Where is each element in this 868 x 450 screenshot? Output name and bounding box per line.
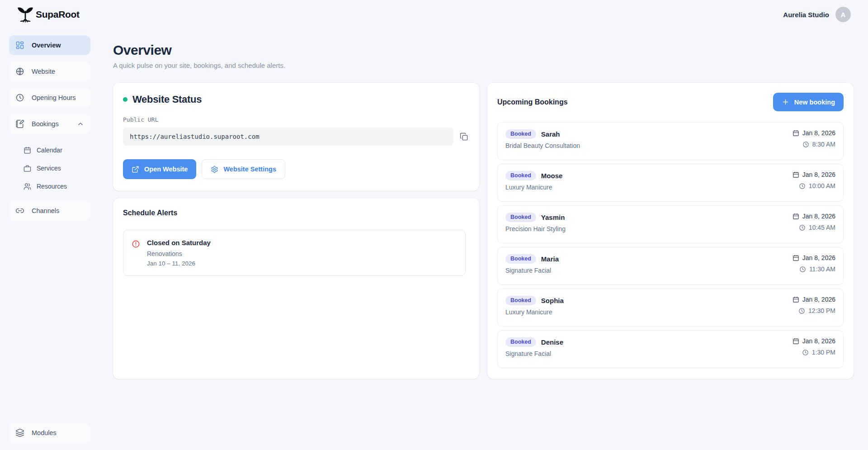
upcoming-bookings-title: Upcoming Bookings: [497, 98, 568, 106]
sidebar-item-label: Bookings: [32, 120, 59, 128]
sidebar-item-website[interactable]: Website: [9, 62, 90, 81]
new-booking-button[interactable]: New booking: [773, 93, 844, 111]
sidebar-item-label: Overview: [32, 42, 61, 49]
sidebar-item-label: Resources: [37, 183, 67, 190]
booking-date: Jan 8, 2026: [802, 171, 835, 178]
booking-name: Maria: [541, 255, 559, 263]
booking-service: Luxury Manicure: [505, 308, 564, 316]
booking-row[interactable]: Booked Denise Signature Facial Jan 8, 20…: [497, 330, 844, 368]
booking-time: 12:30 PM: [808, 307, 835, 314]
calendar-icon: [24, 147, 31, 154]
avatar[interactable]: A: [835, 7, 851, 22]
copy-url-button[interactable]: [459, 132, 469, 142]
calendar-icon: [793, 171, 799, 178]
booking-service: Luxury Manicure: [505, 184, 562, 191]
booking-row[interactable]: Booked Sarah Bridal Beauty Consultation …: [497, 122, 844, 160]
alert-circle-icon: [132, 240, 140, 248]
right-column: Upcoming Bookings New booking: [487, 83, 854, 379]
status-badge: Booked: [505, 296, 536, 305]
brand-logo[interactable]: SupaRoot: [16, 5, 80, 24]
booking-row[interactable]: Booked Moose Luxury Manicure Jan 8, 2026…: [497, 164, 844, 202]
clock-icon: [802, 349, 809, 356]
sidebar: Overview Website Opening Hours: [0, 29, 95, 450]
booking-row[interactable]: Booked Yasmin Precision Hair Styling Jan…: [497, 205, 844, 243]
alert-reason: Renovations: [147, 250, 211, 257]
notebook-pen-icon: [15, 119, 24, 128]
clock-icon: [799, 183, 806, 189]
status-badge: Booked: [505, 337, 536, 347]
account-name: Aurelia Studio: [783, 11, 829, 19]
page-title: Overview: [113, 43, 854, 58]
website-settings-button[interactable]: Website Settings: [202, 159, 285, 179]
sidebar-item-bookings[interactable]: Bookings: [9, 114, 90, 134]
calendar-icon: [793, 213, 799, 220]
booking-time: 10:00 AM: [809, 182, 835, 189]
sidebar-item-modules[interactable]: Modules: [9, 423, 90, 443]
booking-name: Sarah: [541, 130, 560, 138]
clock-icon: [15, 93, 24, 102]
booking-name: Denise: [541, 338, 563, 346]
booking-time: 8:30 AM: [812, 141, 835, 148]
calendar-icon: [793, 255, 799, 261]
clock-icon: [799, 224, 806, 231]
seedling-logo-icon: [16, 5, 35, 24]
booking-row[interactable]: Booked Maria Signature Facial Jan 8, 202…: [497, 247, 844, 285]
booking-list: Booked Sarah Bridal Beauty Consultation …: [497, 122, 844, 368]
sidebar-item-overview[interactable]: Overview: [9, 35, 90, 55]
calendar-icon: [793, 338, 799, 345]
open-website-label: Open Website: [144, 166, 188, 173]
status-badge: Booked: [505, 129, 536, 139]
booking-row[interactable]: Booked Sophia Luxury Manicure Jan 8, 202…: [497, 289, 844, 327]
new-booking-label: New booking: [794, 99, 835, 106]
sidebar-item-resources[interactable]: Resources: [9, 178, 90, 194]
sidebar-item-channels[interactable]: Channels: [9, 201, 90, 221]
sidebar-item-services[interactable]: Services: [9, 160, 90, 176]
booking-date: Jan 8, 2026: [802, 337, 835, 345]
dashboard-icon: [15, 41, 24, 50]
sidebar-item-label: Channels: [32, 207, 59, 214]
copy-icon: [460, 133, 468, 141]
bookings-submenu: Calendar Services Resour: [9, 142, 90, 196]
users-icon: [24, 183, 31, 190]
booking-time: 1:30 PM: [812, 349, 835, 356]
clock-icon: [799, 266, 806, 273]
left-column: Website Status Public URL: [113, 83, 479, 379]
schedule-alerts-card: Schedule Alerts Closed on Saturday Renov…: [113, 198, 479, 379]
sidebar-item-label: Website: [32, 68, 55, 75]
booking-date: Jan 8, 2026: [802, 296, 835, 303]
status-badge: Booked: [505, 171, 536, 180]
briefcase-icon: [24, 165, 31, 172]
sidebar-item-opening-hours[interactable]: Opening Hours: [9, 88, 90, 108]
brand-name: SupaRoot: [36, 9, 80, 20]
chevron-up-icon[interactable]: [77, 120, 84, 128]
main-content: Overview A quick pulse on your site, boo…: [95, 29, 868, 450]
sidebar-item-label: Opening Hours: [32, 94, 76, 101]
sidebar-spacer: [9, 227, 90, 423]
status-badge: Booked: [505, 254, 536, 264]
alert-title: Closed on Saturday: [147, 239, 211, 246]
booking-name: Yasmin: [541, 213, 565, 221]
open-website-button[interactable]: Open Website: [123, 159, 196, 179]
sidebar-item-label: Calendar: [37, 147, 62, 154]
website-status-title: Website Status: [132, 94, 202, 105]
plus-icon: [782, 98, 789, 106]
sidebar-item-calendar[interactable]: Calendar: [9, 142, 90, 158]
page-subtitle: A quick pulse on your site, bookings, an…: [113, 62, 854, 69]
booking-name: Moose: [541, 172, 563, 180]
clock-icon: [798, 308, 805, 314]
top-bar: SupaRoot Aurelia Studio A: [0, 0, 868, 29]
account-menu[interactable]: Aurelia Studio A: [783, 7, 851, 22]
booking-service: Signature Facial: [505, 267, 559, 274]
alert-dates: Jan 10 – 11, 2026: [147, 260, 211, 267]
sidebar-item-label: Services: [37, 165, 61, 172]
booking-service: Bridal Beauty Consultation: [505, 142, 580, 149]
globe-icon: [15, 67, 24, 76]
booking-service: Signature Facial: [505, 350, 563, 357]
upcoming-bookings-card: Upcoming Bookings New booking: [487, 83, 854, 379]
public-url-label: Public URL: [123, 116, 469, 123]
booking-date: Jan 8, 2026: [802, 254, 835, 261]
layers-icon: [15, 428, 24, 437]
status-badge: Booked: [505, 213, 536, 222]
booking-date: Jan 8, 2026: [802, 213, 835, 220]
public-url-input[interactable]: [123, 128, 453, 146]
